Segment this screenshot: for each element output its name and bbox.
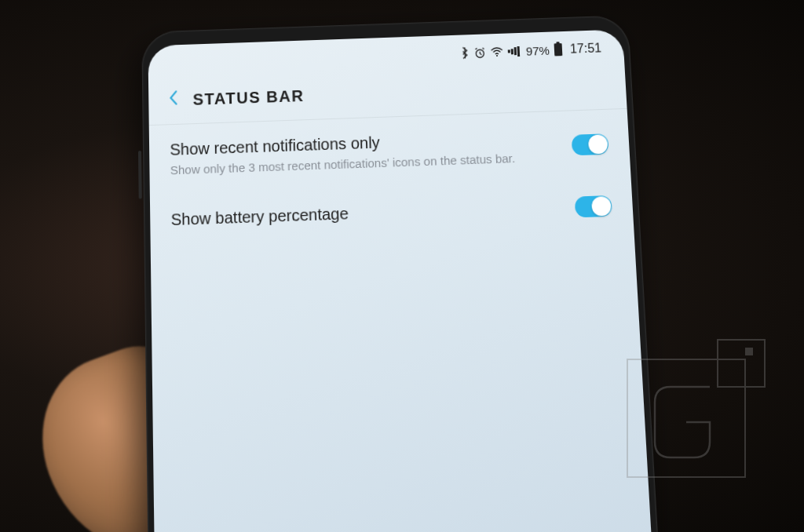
svg-rect-2 — [627, 359, 745, 477]
battery-icon — [554, 43, 562, 56]
setting-text-block: Show battery percentage — [171, 197, 560, 232]
setting-text-block: Show recent notifications only Show only… — [170, 127, 557, 178]
phone-body: 97% 17:51 STATUS BAR Show recent notific… — [141, 15, 666, 532]
wifi-icon — [490, 46, 503, 57]
toggle-battery-percentage[interactable] — [575, 195, 612, 217]
clock-time: 17:51 — [569, 41, 601, 56]
svg-point-1 — [496, 54, 498, 56]
battery-percentage-text: 97% — [525, 43, 550, 57]
back-button[interactable] — [167, 89, 179, 111]
phone-screen: 97% 17:51 STATUS BAR Show recent notific… — [148, 29, 658, 532]
phone-device: 97% 17:51 STATUS BAR Show recent notific… — [141, 15, 666, 532]
signal-icon — [507, 46, 520, 56]
svg-rect-3 — [718, 340, 765, 387]
svg-rect-4 — [745, 348, 753, 355]
setting-title: Show battery percentage — [171, 197, 560, 229]
toggle-recent-notifications[interactable] — [572, 133, 609, 155]
watermark-logo — [623, 336, 773, 485]
alarm-icon — [473, 46, 486, 59]
bluetooth-icon — [460, 46, 470, 59]
page-title: STATUS BAR — [192, 86, 304, 108]
